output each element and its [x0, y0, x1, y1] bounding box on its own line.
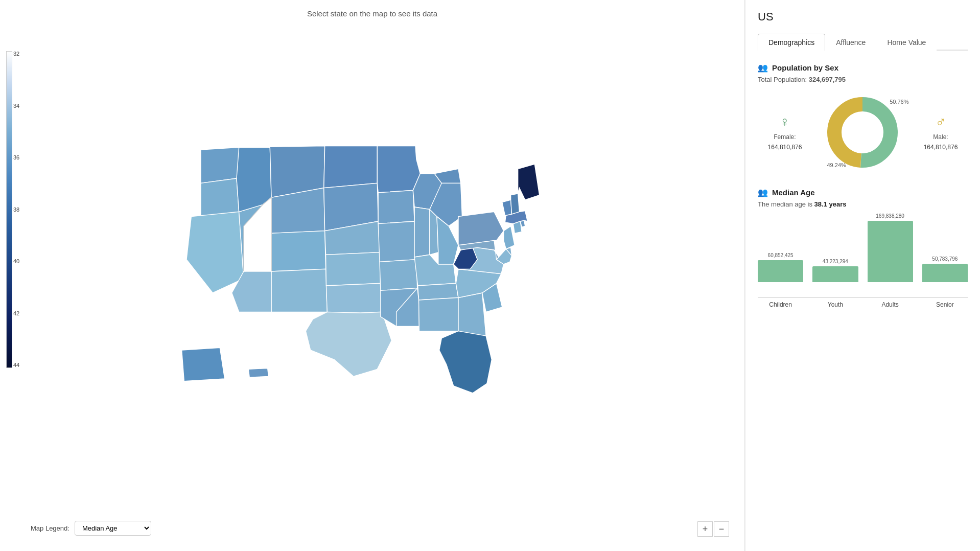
state-vt[interactable] [502, 200, 511, 216]
zoom-in-button[interactable]: + [697, 521, 713, 537]
state-ia[interactable] [378, 190, 414, 223]
state-fl[interactable] [439, 331, 492, 393]
state-ny[interactable] [458, 212, 504, 245]
median-age-icon: 👥 [758, 188, 768, 197]
bar-group-senior: 50,783,796 [922, 256, 968, 282]
bar-group-youth: 43,223,294 [812, 259, 858, 282]
population-section-header: 👥 Population by Sex [758, 63, 968, 73]
map-legend-area: Map Legend: Median Age Population Income [31, 521, 151, 536]
state-nj[interactable] [503, 226, 514, 249]
state-wa[interactable] [201, 147, 241, 183]
tab-home-value[interactable]: Home Value [876, 34, 937, 51]
population-title: Population by Sex [772, 63, 838, 72]
median-age-value: 38.1 years [814, 200, 847, 208]
zoom-controls: + − [697, 521, 729, 537]
bar-value-youth: 43,223,294 [823, 259, 848, 264]
donut-chart: 50.76% 49.24% [822, 91, 903, 173]
state-tn[interactable] [417, 283, 458, 300]
state-il[interactable] [414, 207, 430, 257]
bar-value-adults: 169,838,280 [876, 213, 904, 219]
state-in[interactable] [430, 209, 438, 255]
state-ak[interactable] [181, 348, 224, 381]
tabs: Demographics Affluence Home Value [758, 34, 968, 51]
bar-value-senior: 50,783,796 [932, 256, 958, 262]
male-icon: ♂ [936, 114, 946, 130]
state-al[interactable] [418, 297, 458, 331]
scale-label-32: 32 [13, 51, 19, 57]
right-panel: US Demographics Affluence Home Value 👥 P… [745, 0, 980, 551]
state-co[interactable] [271, 231, 325, 271]
scale-label-44: 44 [13, 362, 19, 368]
map-panel: Select state on the map to see its data … [0, 0, 745, 551]
population-section: 👥 Population by Sex Total Population: 32… [758, 63, 968, 173]
state-mn[interactable] [377, 146, 420, 192]
scale-label-40: 40 [13, 259, 19, 264]
zoom-out-button[interactable]: − [714, 521, 729, 537]
median-age-text: The median age is 38.1 years [758, 200, 968, 208]
bar-group-adults: 169,838,280 [868, 213, 913, 282]
male-item: ♂ Male: 164,810,876 [924, 114, 958, 151]
male-value: 164,810,876 [924, 144, 958, 151]
us-map[interactable] [143, 121, 602, 407]
bar-senior [922, 264, 968, 282]
bar-children [758, 260, 803, 282]
bar-group-children: 60,852,425 [758, 252, 803, 282]
median-age-title: Median Age [772, 188, 815, 197]
median-age-prefix: The median age is [758, 200, 814, 208]
bar-label-children: Children [758, 301, 803, 308]
female-item: ♀ Female: 164,810,876 [768, 114, 802, 151]
map-legend-select[interactable]: Median Age Population Income [75, 521, 151, 536]
bar-adults [868, 221, 913, 282]
scale-label-42: 42 [13, 311, 19, 316]
female-label: Female: [774, 133, 796, 141]
state-mo[interactable] [378, 221, 416, 262]
total-population: 324,697,795 [809, 76, 846, 83]
scale-labels: 32 34 36 38 40 42 44 [13, 51, 19, 368]
donut-label-female: 50.76% [890, 99, 908, 105]
state-or[interactable] [201, 178, 239, 217]
scale-label-36: 36 [13, 155, 19, 160]
population-subtitle: Total Population: 324,697,795 [758, 76, 968, 83]
male-label: Male: [933, 133, 948, 141]
scale-bar [6, 51, 12, 368]
state-nm[interactable] [271, 269, 327, 312]
state-ar[interactable] [380, 259, 417, 290]
donut-label-male: 49.24% [827, 162, 846, 168]
donut-area: ♀ Female: 164,810,876 50.76% 49.24% [758, 91, 968, 173]
tab-demographics[interactable]: Demographics [758, 34, 825, 51]
map-title: Select state on the map to see its data [0, 0, 744, 23]
state-tx[interactable] [306, 312, 391, 376]
female-icon: ♀ [779, 114, 790, 130]
population-subtitle-prefix: Total Population: [758, 76, 809, 83]
bar-chart: 60,852,42543,223,294169,838,28050,783,79… [758, 216, 968, 298]
state-ks[interactable] [325, 252, 380, 285]
svg-point-2 [842, 112, 883, 153]
median-age-section: 👥 Median Age The median age is 38.1 year… [758, 188, 968, 324]
tab-affluence[interactable]: Affluence [825, 34, 876, 51]
bar-label-adults: Adults [868, 301, 913, 308]
map-container[interactable] [26, 28, 719, 500]
panel-title: US [758, 10, 968, 24]
median-age-section-header: 👥 Median Age [758, 188, 968, 197]
state-ca[interactable] [186, 212, 244, 293]
bar-label-senior: Senior [922, 301, 968, 308]
bar-value-children: 60,852,425 [768, 252, 794, 258]
scale-label-34: 34 [13, 103, 19, 109]
state-ga[interactable] [458, 293, 486, 336]
bar-labels-row: ChildrenYouthAdultsSenior [758, 301, 968, 308]
state-nh[interactable] [510, 193, 519, 214]
scale-legend [6, 51, 12, 368]
bar-label-youth: Youth [812, 301, 858, 308]
bar-youth [812, 266, 858, 282]
state-me[interactable] [518, 164, 539, 200]
map-legend-label: Map Legend: [31, 524, 69, 532]
female-value: 164,810,876 [768, 144, 802, 151]
scale-label-38: 38 [13, 207, 19, 213]
population-icon: 👥 [758, 63, 768, 73]
state-ok[interactable] [326, 283, 382, 313]
state-nd[interactable] [323, 146, 377, 188]
state-hi[interactable] [248, 368, 268, 377]
bar-chart-container: 60,852,42543,223,294169,838,28050,783,79… [758, 216, 968, 324]
